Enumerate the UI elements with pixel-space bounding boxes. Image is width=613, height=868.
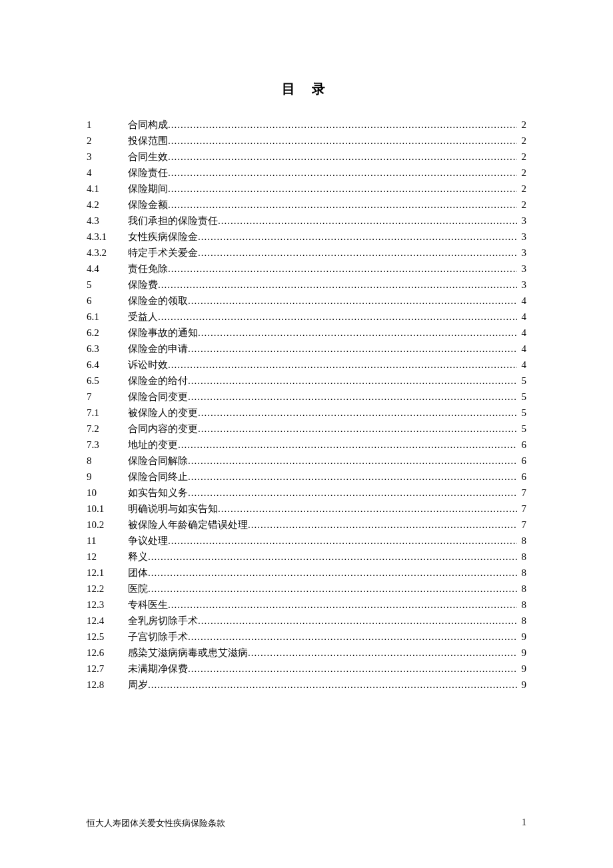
toc-number: 7.2 [87, 421, 128, 437]
toc-page: 7 [517, 517, 526, 533]
toc-number: 12.6 [87, 645, 128, 661]
toc-leader [168, 165, 517, 181]
toc-number: 10 [87, 485, 128, 501]
toc-row: 7保险合同变更5 [87, 389, 526, 405]
toc-number: 4.2 [87, 197, 128, 213]
toc-label-wrap: 保险合同解除 [128, 453, 517, 469]
toc-page: 5 [517, 373, 526, 389]
toc-number: 6.4 [87, 357, 128, 373]
toc-row: 7.2合同内容的变更5 [87, 421, 526, 437]
toc-leader [168, 533, 517, 549]
toc-label: 保险合同解除 [128, 453, 188, 469]
toc-leader [218, 501, 517, 517]
toc-label: 医院 [128, 581, 148, 597]
toc-row: 12.1团体8 [87, 565, 526, 581]
toc-leader [198, 405, 517, 421]
toc-label: 专科医生 [128, 597, 168, 613]
toc-page: 9 [517, 629, 526, 645]
toc-number: 12 [87, 549, 128, 565]
toc-label-wrap: 感染艾滋病病毒或患艾滋病 [128, 645, 517, 661]
toc-label-wrap: 团体 [128, 565, 517, 581]
toc-label-wrap: 保险金的申请 [128, 341, 517, 357]
toc-page: 7 [517, 501, 526, 517]
toc-label: 周岁 [128, 677, 148, 693]
toc-number: 12.3 [87, 597, 128, 613]
toc-page: 5 [517, 389, 526, 405]
toc-label: 保险期间 [128, 181, 168, 197]
toc-leader [188, 469, 517, 485]
toc-label: 保险费 [128, 277, 158, 293]
toc-leader [188, 485, 517, 501]
toc-number: 12.5 [87, 629, 128, 645]
toc-label-wrap: 责任免除 [128, 261, 517, 277]
toc-label-wrap: 争议处理 [128, 533, 517, 549]
toc-leader [188, 341, 517, 357]
toc-leader [198, 245, 517, 261]
toc-page: 4 [517, 293, 526, 309]
toc-label: 保险事故的通知 [128, 325, 198, 341]
toc-leader [148, 565, 517, 581]
toc-label-wrap: 未满期净保费 [128, 661, 517, 677]
footer-doc-title: 恒大人寿团体关爱女性疾病保险条款 [87, 817, 225, 829]
toc-label: 投保范围 [128, 133, 168, 149]
toc-label-wrap: 受益人 [128, 309, 517, 325]
toc-number: 4.3.2 [87, 245, 128, 261]
toc-page: 6 [517, 469, 526, 485]
toc-label-wrap: 明确说明与如实告知 [128, 501, 517, 517]
toc-label-wrap: 保险金的给付 [128, 373, 517, 389]
toc-label: 受益人 [128, 309, 158, 325]
toc-row: 4.3我们承担的保险责任3 [87, 213, 526, 229]
toc-page: 2 [517, 149, 526, 165]
toc-page: 4 [517, 309, 526, 325]
toc-list: 1合同构成22投保范围23合同生效24保险责任24.1保险期间24.2保险金额2… [87, 117, 526, 693]
toc-leader [168, 597, 517, 613]
toc-label-wrap: 女性疾病保险金 [128, 229, 517, 245]
toc-label: 子宫切除手术 [128, 629, 188, 645]
toc-page: 2 [517, 117, 526, 133]
toc-leader [168, 117, 517, 133]
toc-row: 5保险费3 [87, 277, 526, 293]
toc-row: 4.4责任免除3 [87, 261, 526, 277]
toc-number: 12.2 [87, 581, 128, 597]
toc-page: 4 [517, 341, 526, 357]
toc-leader [168, 261, 517, 277]
toc-row: 4.3.1女性疾病保险金3 [87, 229, 526, 245]
toc-row: 4.2保险金额2 [87, 197, 526, 213]
toc-number: 6.1 [87, 309, 128, 325]
toc-leader [188, 453, 517, 469]
toc-number: 12.7 [87, 661, 128, 677]
toc-label: 责任免除 [128, 261, 168, 277]
toc-label: 团体 [128, 565, 148, 581]
toc-label: 保险合同终止 [128, 469, 188, 485]
toc-number: 4.3 [87, 213, 128, 229]
toc-label-wrap: 保险费 [128, 277, 517, 293]
toc-page: 5 [517, 405, 526, 421]
toc-row: 6.2保险事故的通知4 [87, 325, 526, 341]
toc-number: 12.4 [87, 613, 128, 629]
toc-row: 6.1受益人4 [87, 309, 526, 325]
toc-row: 10.1明确说明与如实告知7 [87, 501, 526, 517]
toc-label: 保险合同变更 [128, 389, 188, 405]
toc-leader [188, 629, 517, 645]
toc-leader [168, 149, 517, 165]
toc-label-wrap: 特定手术关爱金 [128, 245, 517, 261]
toc-leader [248, 645, 517, 661]
toc-leader [148, 677, 517, 693]
toc-number: 1 [87, 117, 128, 133]
toc-label-wrap: 全乳房切除手术 [128, 613, 517, 629]
toc-row: 12.5子宫切除手术9 [87, 629, 526, 645]
toc-number: 4.4 [87, 261, 128, 277]
toc-row: 12.8周岁9 [87, 677, 526, 693]
toc-row: 8保险合同解除6 [87, 453, 526, 469]
toc-label: 感染艾滋病病毒或患艾滋病 [128, 645, 248, 661]
toc-number: 8 [87, 453, 128, 469]
toc-label-wrap: 保险金的领取 [128, 293, 517, 309]
toc-row: 12.6感染艾滋病病毒或患艾滋病9 [87, 645, 526, 661]
toc-row: 12.7未满期净保费9 [87, 661, 526, 677]
toc-label-wrap: 地址的变更 [128, 437, 517, 453]
toc-title: 目 录 [87, 80, 526, 98]
toc-leader [158, 277, 517, 293]
footer-page-number: 1 [522, 817, 526, 829]
toc-label-wrap: 合同生效 [128, 149, 517, 165]
toc-number: 7 [87, 389, 128, 405]
